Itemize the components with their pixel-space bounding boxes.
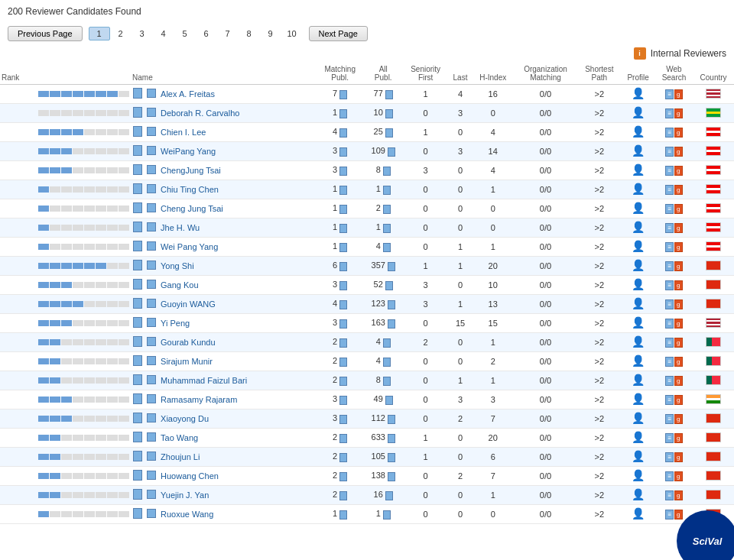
list-icon[interactable] xyxy=(147,318,156,327)
match-doc-icon[interactable] xyxy=(339,338,347,348)
match-doc-icon[interactable] xyxy=(339,109,347,118)
next-page-button[interactable]: Next Page xyxy=(309,26,368,41)
reviewer-name[interactable]: Gang Kou xyxy=(158,276,317,295)
match-doc-icon[interactable] xyxy=(339,434,347,443)
match-doc-icon[interactable] xyxy=(339,281,347,290)
profile-icon[interactable]: 👤 xyxy=(632,431,645,445)
list-icon[interactable] xyxy=(147,432,156,442)
all-doc-icon[interactable] xyxy=(383,358,391,367)
reviewer-name[interactable]: Guoyin WANG xyxy=(158,295,317,314)
web-search-icon[interactable]: ≡g xyxy=(665,223,682,233)
list-icon[interactable] xyxy=(147,452,156,461)
match-doc-icon[interactable] xyxy=(339,453,347,462)
list-icon[interactable] xyxy=(147,203,156,212)
all-doc-icon[interactable] xyxy=(388,300,395,309)
match-doc-icon[interactable] xyxy=(339,243,347,252)
web-search-icon[interactable]: ≡g xyxy=(665,108,682,118)
profile-icon[interactable]: 👤 xyxy=(632,316,645,330)
profile-icon[interactable]: 👤 xyxy=(632,488,645,502)
profile-icon[interactable]: 👤 xyxy=(632,202,645,215)
doc-icon[interactable] xyxy=(133,126,142,137)
reviewer-name[interactable]: Chiu Ting Chen xyxy=(158,180,317,199)
list-icon[interactable] xyxy=(147,89,156,98)
list-icon[interactable] xyxy=(147,394,156,403)
doc-icon[interactable] xyxy=(133,336,142,347)
match-doc-icon[interactable] xyxy=(339,128,347,138)
all-doc-icon[interactable] xyxy=(383,243,391,252)
doc-icon[interactable] xyxy=(133,489,142,500)
list-icon[interactable] xyxy=(147,509,156,518)
profile-icon[interactable]: 👤 xyxy=(632,374,645,387)
profile-icon[interactable]: 👤 xyxy=(632,87,645,101)
web-search-icon[interactable]: ≡g xyxy=(665,452,682,462)
all-doc-icon[interactable] xyxy=(385,109,393,118)
match-doc-icon[interactable] xyxy=(339,510,347,520)
list-icon[interactable] xyxy=(147,241,156,251)
list-icon[interactable] xyxy=(147,184,156,193)
profile-icon[interactable]: 👤 xyxy=(632,106,645,120)
doc-icon[interactable] xyxy=(133,432,142,442)
all-doc-icon[interactable] xyxy=(385,396,393,405)
all-doc-icon[interactable] xyxy=(385,491,393,500)
page-num-9[interactable]: 9 xyxy=(260,28,281,40)
all-doc-icon[interactable] xyxy=(388,472,395,481)
reviewer-name[interactable]: Ruoxue Wang xyxy=(158,505,317,524)
all-doc-icon[interactable] xyxy=(385,281,393,290)
list-icon[interactable] xyxy=(147,280,156,289)
reviewer-name[interactable]: Xiaoyong Du xyxy=(158,409,317,429)
reviewer-name[interactable]: Wei Pang Yang xyxy=(158,238,317,257)
all-doc-icon[interactable] xyxy=(388,453,395,462)
match-doc-icon[interactable] xyxy=(339,147,347,157)
web-search-icon[interactable]: ≡g xyxy=(665,299,682,309)
all-doc-icon[interactable] xyxy=(383,205,391,214)
match-doc-icon[interactable] xyxy=(339,319,347,329)
profile-icon[interactable]: 👤 xyxy=(632,412,645,426)
match-doc-icon[interactable] xyxy=(339,186,347,195)
doc-icon[interactable] xyxy=(133,164,142,175)
list-icon[interactable] xyxy=(147,413,156,422)
profile-icon[interactable]: 👤 xyxy=(632,221,645,235)
reviewer-name[interactable]: Muhammad Faizul Bari xyxy=(158,371,317,390)
reviewer-name[interactable]: Jhe H. Wu xyxy=(158,218,317,238)
page-num-1[interactable]: 1 xyxy=(89,27,110,40)
reviewer-name[interactable]: Alex A. Freitas xyxy=(158,85,317,104)
profile-icon[interactable]: 👤 xyxy=(632,163,645,177)
web-search-icon[interactable]: ≡g xyxy=(665,204,682,214)
all-doc-icon[interactable] xyxy=(385,90,393,99)
web-search-icon[interactable]: ≡g xyxy=(665,376,682,386)
list-icon[interactable] xyxy=(147,471,156,480)
doc-icon[interactable] xyxy=(133,241,142,251)
all-doc-icon[interactable] xyxy=(383,186,391,195)
reviewer-name[interactable]: Gourab Kundu xyxy=(158,333,317,352)
page-num-4[interactable]: 4 xyxy=(153,28,174,40)
web-search-icon[interactable]: ≡g xyxy=(665,166,682,176)
web-search-icon[interactable]: ≡g xyxy=(665,128,682,138)
doc-icon[interactable] xyxy=(133,107,142,118)
doc-icon[interactable] xyxy=(133,470,142,481)
match-doc-icon[interactable] xyxy=(339,491,347,500)
reviewer-name[interactable]: Huowang Chen xyxy=(158,467,317,486)
web-search-icon[interactable]: ≡g xyxy=(665,147,682,157)
profile-icon[interactable]: 👤 xyxy=(632,469,645,483)
doc-icon[interactable] xyxy=(133,183,142,194)
profile-icon[interactable]: 👤 xyxy=(632,354,645,368)
web-search-icon[interactable]: ≡g xyxy=(665,471,682,481)
doc-icon[interactable] xyxy=(133,145,142,156)
match-doc-icon[interactable] xyxy=(339,167,347,176)
doc-icon[interactable] xyxy=(133,317,142,328)
reviewer-name[interactable]: Zhoujun Li xyxy=(158,448,317,467)
doc-icon[interactable] xyxy=(133,413,142,423)
web-search-icon[interactable]: ≡g xyxy=(665,414,682,424)
match-doc-icon[interactable] xyxy=(339,377,347,386)
all-doc-icon[interactable] xyxy=(383,224,391,233)
reviewer-name[interactable]: Yuejin J. Yan xyxy=(158,486,317,505)
doc-icon[interactable] xyxy=(133,374,142,385)
all-doc-icon[interactable] xyxy=(383,338,391,348)
web-search-icon[interactable]: ≡g xyxy=(665,357,682,367)
web-search-icon[interactable]: ≡g xyxy=(665,185,682,195)
profile-icon[interactable]: 👤 xyxy=(632,125,645,139)
web-search-icon[interactable]: ≡g xyxy=(665,319,682,329)
list-icon[interactable] xyxy=(147,146,156,155)
reviewer-name[interactable]: Tao Wang xyxy=(158,429,317,448)
doc-icon[interactable] xyxy=(133,222,142,232)
